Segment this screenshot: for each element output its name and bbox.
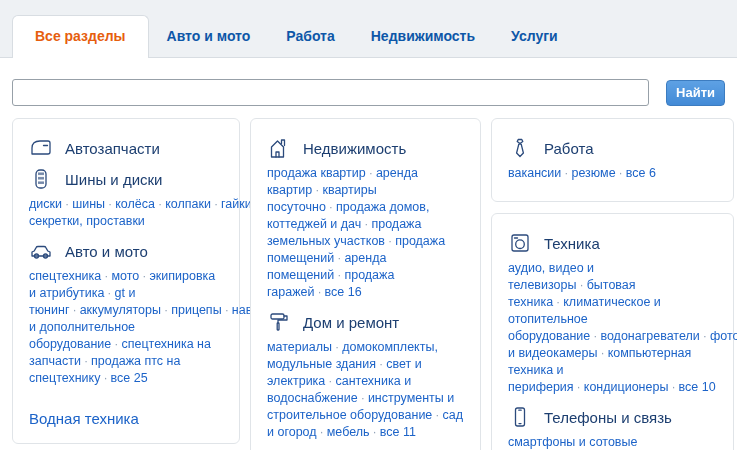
category-link[interactable]: все 25 — [111, 371, 148, 385]
dot-separator: · — [561, 166, 571, 180]
category-link[interactable]: продажа квартир — [267, 166, 366, 180]
section-links: спецтехника·мото·экипировка и атрибутика… — [29, 268, 225, 387]
catalog-column-2: Недвижимость продажа квартир·аренда квар… — [250, 118, 481, 450]
category-link[interactable]: шины — [72, 197, 105, 211]
section-links: материалы·домокомплекты, модульные здани… — [267, 339, 466, 441]
section-title-jobs[interactable]: Работа — [544, 140, 594, 157]
category-link[interactable]: колпаки — [165, 197, 211, 211]
washer-icon — [508, 231, 532, 255]
section-links: продажа квартир·аренда квартир·квартиры … — [267, 165, 466, 301]
section-title-auto-moto[interactable]: Авто и мото — [65, 243, 148, 260]
section-title-phones[interactable]: Телефоны и связь — [544, 409, 672, 426]
category-link[interactable]: спецтехника — [29, 269, 101, 283]
tab-all-sections[interactable]: Все разделы — [12, 15, 149, 58]
category-catalog: Автозапчасти Шины и диски диски·шины·кол… — [0, 106, 737, 450]
dot-separator: · — [358, 391, 368, 405]
tie-icon — [508, 136, 532, 160]
dot-separator: · — [314, 285, 324, 299]
category-link[interactable]: мебель — [327, 425, 370, 439]
section-title-autoparts[interactable]: Автозапчасти — [65, 140, 160, 157]
category-link[interactable]: колёса — [115, 197, 155, 211]
dot-separator: · — [616, 166, 626, 180]
dot-separator: · — [111, 337, 121, 351]
dot-separator: · — [62, 197, 72, 211]
dot-separator: · — [317, 425, 327, 439]
dot-separator: · — [376, 357, 386, 371]
tab-jobs[interactable]: Работа — [268, 16, 352, 57]
section-title-home-repair[interactable]: Дом и ремонт — [303, 314, 399, 331]
category-link[interactable]: мото — [111, 269, 139, 283]
tab-bar: Все разделы Авто и мото Работа Недвижимо… — [0, 0, 737, 58]
dot-separator: · — [155, 197, 165, 211]
search-input[interactable] — [12, 79, 649, 106]
dot-separator: · — [597, 346, 607, 360]
dot-separator: · — [325, 374, 335, 388]
category-card: Автозапчасти Шины и диски диски·шины·кол… — [12, 118, 240, 444]
dot-separator: · — [312, 183, 322, 197]
dot-separator: · — [101, 269, 111, 283]
catalog-column-1: Автозапчасти Шины и диски диски·шины·кол… — [12, 118, 240, 450]
section-links: смартфоны и сотовые телефоны·аксессуары·… — [508, 434, 719, 450]
dot-separator: · — [553, 295, 563, 309]
dot-separator: · — [334, 251, 344, 265]
dot-separator: · — [100, 371, 110, 385]
dot-separator: · — [385, 234, 395, 248]
category-link[interactable]: прицепы — [171, 303, 221, 317]
section-links: аудио, видео и телевизоры·бытовая техник… — [508, 260, 719, 396]
tab-auto-moto[interactable]: Авто и мото — [149, 16, 269, 57]
house-icon — [267, 136, 291, 160]
category-link[interactable]: все 10 — [679, 380, 716, 394]
section-title-tires-wheels[interactable]: Шины и диски — [65, 171, 162, 188]
dot-separator: · — [81, 354, 91, 368]
dot-separator: · — [332, 340, 342, 354]
dot-separator: · — [222, 303, 232, 317]
search-button[interactable]: Найти — [666, 80, 725, 106]
dot-separator: · — [326, 200, 336, 214]
car-icon — [29, 239, 53, 263]
category-link[interactable]: вакансии — [508, 166, 561, 180]
dot-separator: · — [334, 268, 344, 282]
category-card: Недвижимость продажа квартир·аренда квар… — [250, 118, 481, 450]
category-link[interactable]: все 6 — [626, 166, 656, 180]
paint-roller-icon — [267, 310, 291, 334]
dot-separator: · — [668, 380, 678, 394]
category-link[interactable]: резюме — [571, 166, 615, 180]
tab-real-estate[interactable]: Недвижимость — [353, 16, 493, 57]
category-link[interactable]: водонагреватели — [600, 329, 699, 343]
dot-separator: · — [161, 303, 171, 317]
dot-separator: · — [574, 380, 584, 394]
category-link[interactable]: все 16 — [325, 285, 362, 299]
dot-separator: · — [361, 217, 371, 231]
dot-separator: · — [104, 286, 114, 300]
dot-separator: · — [139, 269, 149, 283]
category-link[interactable]: кондиционеры — [584, 380, 669, 394]
section-title-appliances[interactable]: Техника — [544, 235, 600, 252]
dot-separator: · — [370, 425, 380, 439]
dot-separator: · — [590, 329, 600, 343]
category-link[interactable]: материалы — [267, 340, 332, 354]
category-card: Работа вакансии·резюме·все 6 — [491, 118, 734, 202]
car-part-icon — [29, 136, 53, 160]
category-link[interactable]: аккумуляторы — [80, 303, 161, 317]
dot-separator: · — [432, 408, 442, 422]
tab-services[interactable]: Услуги — [493, 16, 576, 57]
catalog-column-3: Работа вакансии·резюме·все 6 Техника ауд… — [491, 118, 734, 450]
section-title-water-transport[interactable]: Водная техника — [29, 410, 139, 427]
section-links: вакансии·резюме·все 6 — [508, 165, 719, 182]
search-bar: Найти — [0, 58, 737, 106]
category-link[interactable]: диски — [29, 197, 62, 211]
dot-separator: · — [700, 329, 710, 343]
phone-icon — [508, 405, 532, 429]
dot-separator: · — [105, 197, 115, 211]
section-links: диски·шины·колёса·колпаки·гайки, секретк… — [29, 196, 225, 230]
dot-separator: · — [366, 166, 376, 180]
tire-icon — [29, 167, 53, 191]
dot-separator: · — [211, 197, 221, 211]
dot-separator: · — [576, 278, 586, 292]
category-link[interactable]: смартфоны и сотовые телефоны — [508, 435, 637, 450]
section-title-real-estate[interactable]: Недвижимость — [303, 140, 406, 157]
category-card: Техника аудио, видео и телевизоры·бытова… — [491, 213, 734, 450]
category-link[interactable]: все 11 — [380, 425, 416, 439]
dot-separator: · — [69, 303, 79, 317]
